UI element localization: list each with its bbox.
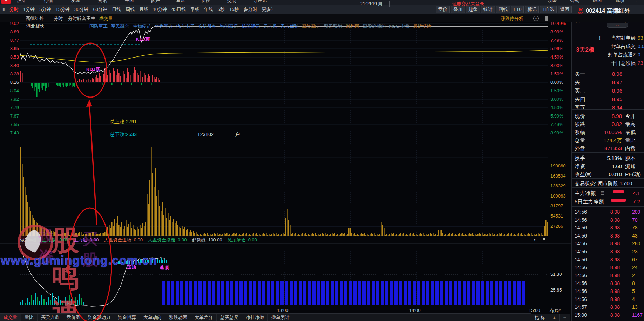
- tab-买卖力道[interactable]: 买卖力道: [38, 314, 63, 321]
- panel-toggle-icon[interactable]: ◧: [2, 7, 6, 12]
- tab-成交量[interactable]: 成交量: [0, 314, 21, 321]
- period-tab-15分钟[interactable]: 15分钟: [55, 6, 69, 13]
- toolbar-button-统计[interactable]: 统计: [481, 6, 495, 13]
- list-icon[interactable]: ▤: [601, 190, 604, 195]
- period-tab-5分钟[interactable]: 5分钟: [39, 6, 51, 13]
- tab-总买总卖[interactable]: 总买总卖: [217, 314, 242, 321]
- period-tab-日线[interactable]: 日线: [112, 6, 121, 13]
- quote-label2: 最高: [625, 121, 636, 128]
- tab-资金博弈[interactable]: 资金博弈: [114, 314, 140, 321]
- menu-item-5[interactable]: 平面: [125, 0, 134, 5]
- nav-back-icon[interactable]: ←: [635, 0, 639, 5]
- toolbar-button-竞价[interactable]: 竞价: [436, 6, 450, 13]
- period-tab-10分钟[interactable]: 10分钟: [153, 6, 167, 13]
- menu-item-8[interactable]: 切换: [201, 0, 210, 5]
- menu-item-7[interactable]: 看盘: [176, 0, 185, 5]
- context-label-3[interactable]: 分时解套王主: [68, 15, 95, 22]
- app-logo-icon[interactable]: V: [1, 0, 11, 4]
- period-tab-1分钟[interactable]: 1分钟: [23, 6, 35, 13]
- menu-right-item-3[interactable]: 版面: [593, 0, 602, 5]
- close-icon[interactable]: ✕: [542, 236, 546, 242]
- tick-time: 14:56: [575, 249, 587, 254]
- tab-大单差分[interactable]: 大单差分: [191, 314, 217, 321]
- subchart-field-label: 大盘资金进场:: [104, 237, 134, 242]
- tab-大单动向[interactable]: 大单动向: [140, 314, 165, 321]
- info-label2: 流通: [625, 163, 636, 170]
- period-tab-年线[interactable]: 年线: [204, 6, 213, 13]
- period-tab-60分钟[interactable]: 60分钟: [93, 6, 107, 13]
- split-pane-icon[interactable]: [542, 16, 548, 21]
- info-label: 换手: [575, 155, 585, 162]
- tick-row: 14:568.9843: [572, 233, 644, 241]
- period-tab-周线[interactable]: 周线: [126, 6, 135, 13]
- menu-right-item-2[interactable]: 公式: [570, 0, 579, 5]
- login-warning[interactable]: 证券交易未登录: [452, 1, 484, 7]
- limit-analysis-link[interactable]: 涨跌停分析: [501, 15, 523, 22]
- menu-right-item-4[interactable]: 选项: [615, 0, 624, 5]
- subchart-title[interactable]: 做T神器: [20, 237, 36, 243]
- collapse-chevron[interactable]: ︿: [607, 23, 628, 28]
- panel-row: 买四8.95: [572, 96, 644, 105]
- period-tab-45日线[interactable]: 45日线: [171, 6, 185, 13]
- seal-value: 0.0: [638, 44, 644, 49]
- tick-volume: 8: [632, 280, 635, 286]
- quote-value: 10.05%: [591, 129, 622, 135]
- toolbar-button-画线[interactable]: 画线: [496, 6, 510, 13]
- quote-label2: 内盘: [625, 145, 636, 152]
- tab-净挂净撤[interactable]: 净挂净撤: [242, 314, 268, 321]
- info-value: 1.60: [591, 163, 622, 169]
- zoom-in-button[interactable]: +: [549, 314, 560, 321]
- menu-item-3[interactable]: 发现: [71, 0, 80, 5]
- menu-item-9[interactable]: 交易: [227, 0, 236, 5]
- period-tab-多分时[interactable]: 多分时: [244, 6, 257, 13]
- toolbar-button-+自选[interactable]: +自选: [540, 6, 557, 13]
- period-tab-季线[interactable]: 季线: [190, 6, 199, 13]
- quote-label: 外盘: [575, 145, 585, 152]
- panel-separator: [572, 206, 644, 207]
- menu-item-6[interactable]: 多户: [151, 0, 160, 5]
- toolbar-button-叠加[interactable]: 叠加: [451, 6, 465, 13]
- zhuli-label: 5日主力净额: [575, 199, 604, 205]
- menu-item-1[interactable]: 沪深: [17, 0, 26, 5]
- toolbar-button-F10[interactable]: F10: [511, 6, 524, 13]
- period-tab-30分钟[interactable]: 30分钟: [74, 6, 88, 13]
- seal-label: 十日总涨幅: [593, 60, 636, 67]
- period-tab-15秒[interactable]: 15秒: [229, 6, 239, 13]
- panel-row: 买五8.94: [572, 105, 644, 113]
- tab-量比[interactable]: 量比: [21, 314, 38, 321]
- panel-row: 涨幅10.05%最低: [572, 129, 644, 137]
- zoom-out-button[interactable]: −: [560, 314, 570, 321]
- menu-right-item-1[interactable]: 功能: [548, 0, 557, 5]
- tick-volume: 13: [632, 304, 638, 310]
- collapse-icon[interactable]: ▼: [533, 238, 536, 241]
- tick-row: 14:568.985: [572, 288, 644, 296]
- tab-撤单累计[interactable]: 撤单累计: [268, 314, 293, 321]
- indicator-button[interactable]: 指 标: [531, 314, 549, 321]
- period-tab-月线[interactable]: 月线: [139, 6, 148, 13]
- tick-price: 8.98: [605, 241, 620, 246]
- tab-资金驱动力[interactable]: 资金驱动力: [84, 314, 114, 321]
- period-list: 分时1分钟5分钟15分钟30分钟60分钟日线周线月线10分钟45日线季线年线5秒…: [9, 5, 276, 14]
- tick-row: 14:568.9878: [572, 225, 644, 233]
- period-tab-5秒[interactable]: 5秒: [218, 6, 225, 13]
- toolbar-button-返回[interactable]: 返回: [558, 6, 572, 13]
- period-tab-分时[interactable]: 分时: [9, 6, 19, 13]
- tick-volume: 280: [632, 241, 640, 246]
- tab-涨跌动因[interactable]: 涨跌动因: [165, 314, 191, 321]
- popup-icon[interactable]: ▲: [533, 16, 539, 21]
- menu-item-10[interactable]: 寻庄记: [253, 0, 267, 5]
- context-label-4[interactable]: 成交量: [99, 15, 113, 22]
- menu-item-2[interactable]: 行情: [44, 0, 53, 5]
- tab-竞价图[interactable]: 竞价图: [63, 314, 84, 321]
- nav-back-icon[interactable]: ←: [643, 0, 644, 5]
- menu-item-4[interactable]: 资讯: [98, 0, 107, 5]
- panel-separator: [572, 187, 644, 188]
- period-tab-更多〉[interactable]: 更多〉: [262, 6, 276, 13]
- subchart-field-3: 大盘资金进场: 0.00: [104, 237, 143, 243]
- toolbar-button-超盘[interactable]: 超盘: [466, 6, 480, 13]
- toolbar-button-标记[interactable]: 标记: [525, 6, 539, 13]
- layout-tab[interactable]: 布局*: [550, 307, 571, 314]
- subchart-field-label: 大盘资金撤走:: [148, 237, 178, 242]
- context-label-2[interactable]: 分时: [54, 15, 63, 22]
- tick-price: 8.98: [605, 312, 620, 318]
